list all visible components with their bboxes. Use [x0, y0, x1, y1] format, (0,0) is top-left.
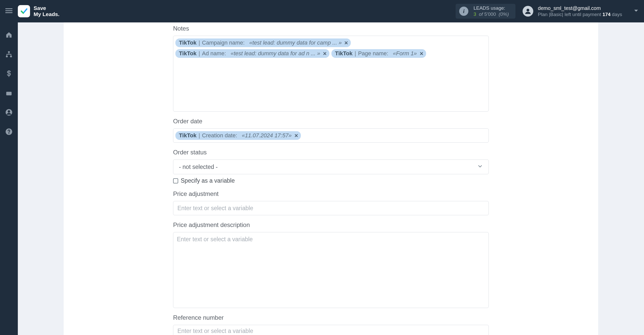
chip-value: «test lead: dummy data for ad n ... »	[231, 50, 320, 57]
usage-total: 5'000	[484, 11, 496, 17]
chevron-down-icon	[633, 10, 639, 14]
svg-point-9	[8, 110, 10, 113]
checkbox-specify-variable[interactable]	[173, 178, 178, 183]
svg-rect-1	[5, 10, 12, 11]
chevron-down-icon	[477, 163, 483, 170]
plan-name: Basic	[550, 12, 562, 17]
usage-title: LEADS usage:	[473, 5, 509, 11]
chip-value: «test lead: dummy data for camp ... »	[249, 39, 342, 46]
plan-mid: | left until payment	[562, 12, 603, 17]
usage-text: LEADS usage: 3 of 5'000 (0%)	[473, 5, 509, 17]
avatar-icon	[523, 6, 533, 17]
side-rail	[0, 22, 18, 335]
input-notes[interactable]: TikTok | Campaign name: «test lead: dumm…	[173, 36, 489, 112]
chip-notes-1[interactable]: TikTok | Ad name: «test lead: dummy data…	[175, 49, 329, 58]
chip-notes-0[interactable]: TikTok | Campaign name: «test lead: dumm…	[175, 38, 351, 47]
nav-connections[interactable]	[4, 49, 14, 60]
top-bar: Save My Leads. i LEADS usage: 3 of 5'000…	[0, 0, 644, 22]
plan-prefix: Plan |	[538, 12, 550, 17]
usage-pct: (0%)	[499, 11, 509, 17]
svg-point-3	[527, 9, 529, 11]
chip-label: Creation date:	[202, 132, 237, 139]
menu-toggle-button[interactable]	[0, 0, 18, 22]
plan-days-suffix: days	[611, 12, 622, 17]
chip-value: «Form 1»	[393, 50, 417, 57]
user-text: demo_sml_test@gmail.com Plan |Basic| lef…	[538, 5, 622, 18]
input-order-date[interactable]: TikTok | Creation date: «11.07.2024 17:5…	[173, 128, 489, 143]
field-order-date: Order date TikTok | Creation date: «11.0…	[173, 118, 489, 143]
input-price-adjustment[interactable]: Enter text or select a variable	[173, 201, 489, 215]
dollar-icon	[5, 70, 12, 78]
input-price-adjustment-description[interactable]: Enter text or select a variable	[173, 232, 489, 308]
nav-briefcase[interactable]	[4, 88, 14, 99]
brand-line1: Save	[34, 5, 60, 11]
question-circle-icon	[5, 128, 12, 136]
chip-remove-button[interactable]: ✕	[344, 40, 348, 46]
briefcase-icon	[5, 89, 12, 98]
info-icon: i	[459, 7, 468, 16]
svg-rect-4	[8, 51, 10, 53]
usage-used: 3	[473, 11, 476, 17]
nav-help[interactable]	[4, 127, 14, 138]
svg-rect-5	[6, 56, 8, 57]
svg-rect-6	[10, 56, 12, 57]
sitemap-icon	[5, 51, 12, 59]
label-reference-number: Reference number	[173, 314, 489, 321]
nav-home[interactable]	[4, 30, 14, 41]
field-price-adjustment: Price adjustment Enter text or select a …	[173, 190, 489, 215]
user-circle-icon	[5, 109, 12, 117]
chip-source: TikTok	[179, 39, 197, 46]
label-order-date: Order date	[173, 118, 489, 125]
label-order-status: Order status	[173, 149, 489, 156]
brand-line2: My Leads.	[34, 11, 60, 17]
chip-label: Ad name:	[202, 50, 226, 57]
chip-notes-2[interactable]: TikTok | Page name: «Form 1» ✕	[331, 49, 426, 58]
input-reference-number[interactable]: Enter text or select a variable	[173, 325, 489, 335]
chip-value: «11.07.2024 17:57»	[242, 132, 292, 139]
home-icon	[5, 31, 12, 39]
logo-icon	[18, 5, 30, 17]
svg-rect-7	[6, 92, 12, 95]
select-order-status-value: - not selected -	[179, 164, 218, 170]
chip-remove-button[interactable]: ✕	[294, 133, 298, 139]
select-order-status[interactable]: - not selected -	[173, 159, 489, 174]
chip-label: Campaign name:	[202, 39, 245, 46]
field-price-adjustment-description: Price adjustment description Enter text …	[173, 221, 489, 308]
chip-label: Page name:	[358, 50, 388, 57]
usage-of-word: of	[479, 11, 483, 17]
chip-remove-button[interactable]: ✕	[419, 51, 424, 57]
hamburger-icon	[5, 7, 12, 15]
viewport[interactable]: Notes TikTok | Campaign name: «test lead…	[18, 22, 644, 335]
placeholder-reference-number: Enter text or select a variable	[177, 328, 253, 334]
checkbox-specify-variable-label: Specify as a variable	[181, 177, 235, 184]
field-reference-number: Reference number Enter text or select a …	[173, 314, 489, 335]
label-price-adjustment: Price adjustment	[173, 190, 489, 197]
user-menu-caret[interactable]	[633, 8, 639, 15]
nav-billing[interactable]	[4, 69, 14, 79]
brand-name: Save My Leads.	[34, 5, 60, 17]
form-sheet: Notes TikTok | Campaign name: «test lead…	[64, 22, 598, 335]
field-order-status: Order status - not selected - Specify as…	[173, 149, 489, 184]
user-menu[interactable]: demo_sml_test@gmail.com Plan |Basic| lef…	[523, 5, 639, 18]
placeholder-price-adjustment: Enter text or select a variable	[177, 205, 253, 212]
checkbox-specify-variable-row: Specify as a variable	[173, 177, 489, 184]
chip-order-date[interactable]: TikTok | Creation date: «11.07.2024 17:5…	[175, 131, 301, 140]
label-notes: Notes	[173, 25, 489, 32]
chip-source: TikTok	[179, 50, 197, 57]
leads-usage-badge[interactable]: i LEADS usage: 3 of 5'000 (0%)	[456, 4, 515, 19]
label-price-adjustment-description: Price adjustment description	[173, 221, 489, 229]
field-notes: Notes TikTok | Campaign name: «test lead…	[173, 25, 489, 112]
svg-rect-0	[5, 8, 12, 9]
plan-days-num: 174	[603, 12, 611, 17]
brand[interactable]: Save My Leads.	[18, 5, 60, 17]
svg-rect-2	[5, 12, 12, 13]
chip-source: TikTok	[335, 50, 353, 57]
chip-remove-button[interactable]: ✕	[323, 51, 327, 57]
placeholder-price-adjustment-description: Enter text or select a variable	[175, 235, 254, 244]
svg-point-11	[8, 133, 9, 134]
chip-source: TikTok	[179, 132, 197, 139]
nav-account[interactable]	[4, 108, 14, 118]
user-email: demo_sml_test@gmail.com	[538, 5, 622, 11]
